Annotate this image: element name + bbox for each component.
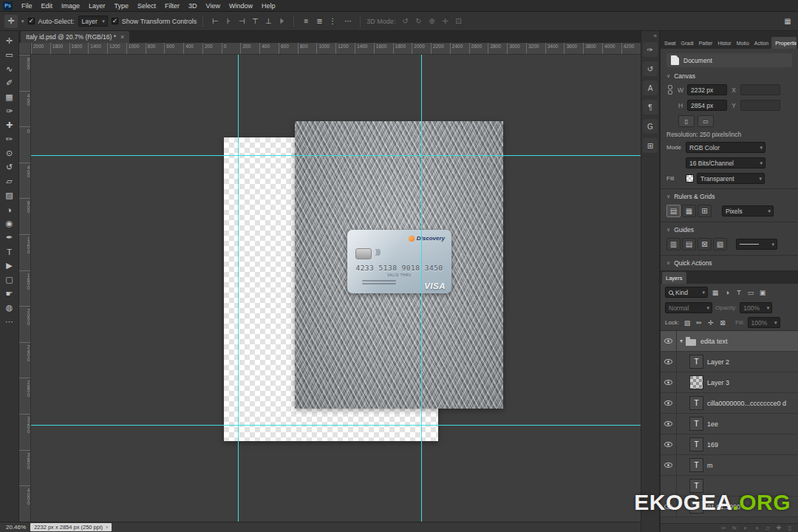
snap-toggle-icon[interactable]: ⊞ (698, 205, 712, 217)
filter-smart-objects-icon[interactable]: ▣ (757, 287, 768, 298)
menu-item[interactable]: Layer (84, 0, 110, 11)
layer-effects-icon[interactable]: fx (731, 525, 738, 532)
x-input[interactable] (740, 84, 780, 95)
document-tab[interactable]: Italy id.psd @ 20.7% (RGB/16) * × (21, 31, 129, 43)
close-tab-icon[interactable]: × (120, 33, 124, 41)
crop-tool[interactable]: ▦ (1, 90, 18, 104)
menu-item[interactable]: Type (110, 0, 134, 11)
layer-visibility-toggle[interactable] (661, 434, 677, 454)
menu-item[interactable]: Edit (37, 0, 58, 11)
3d-scale-icon[interactable]: ⊡ (452, 16, 464, 27)
panel-tab[interactable]: Swat (662, 37, 678, 49)
object-selection-tool[interactable]: ✐ (1, 76, 18, 90)
align-top-edges-icon[interactable]: ⊤ (249, 16, 261, 27)
menu-item[interactable]: Window (225, 0, 257, 11)
layer-visibility-toggle[interactable] (661, 455, 677, 475)
layer-thumbnail[interactable] (689, 355, 703, 369)
align-left-edges-icon[interactable]: ⊢ (209, 16, 221, 27)
opacity-select[interactable]: 100% (740, 302, 772, 313)
distribute-spacing-icon[interactable]: ⋮ (327, 16, 338, 27)
filter-adjustment-layers-icon[interactable]: ◑ (722, 287, 732, 298)
lock-all-icon[interactable]: ⊠ (717, 318, 728, 328)
ruler-units-select[interactable]: Pixels (722, 205, 774, 216)
guides-section-header[interactable]: Guides (661, 222, 798, 236)
menu-item[interactable]: View (202, 0, 225, 11)
layer-row[interactable]: cilla0000000...ccccccce0 d (661, 393, 798, 414)
layer-name[interactable]: Layer 3 (707, 379, 729, 386)
zoom-tool[interactable]: ◍ (1, 301, 18, 315)
layer-visibility-toggle[interactable] (661, 331, 677, 351)
lasso-tool[interactable]: ∿ (1, 62, 18, 76)
guide-vertical-2[interactable] (421, 55, 422, 522)
layer-mask-icon[interactable]: ◐ (742, 525, 749, 532)
tool-preset-caret-icon[interactable] (21, 18, 24, 24)
layer-thumbnail[interactable] (689, 458, 703, 472)
menu-item[interactable]: 3D (184, 0, 202, 11)
guides-from-shape-icon[interactable]: ▤ (682, 238, 696, 250)
dodge-tool[interactable]: ◉ (1, 216, 18, 231)
panel-tab[interactable]: Gradi (679, 37, 696, 49)
show-transform-checkbox[interactable] (112, 18, 118, 24)
zoom-level-field[interactable]: 20.46% (6, 524, 26, 531)
layer-row[interactable]: Layer 3 (661, 372, 798, 393)
horizontal-ruler[interactable]: 2000180016001400120010008006004002000200… (31, 43, 641, 55)
paragraph-panel-icon[interactable]: ¶ (643, 100, 658, 115)
y-input[interactable] (740, 100, 780, 111)
expand-panels-icon[interactable] (641, 33, 659, 40)
layer-name[interactable]: m (707, 462, 713, 469)
workspace-switcher-icon[interactable]: ▦ (782, 16, 794, 27)
tab-properties[interactable]: Properties (771, 37, 797, 49)
group-expand-arrow-icon[interactable] (677, 338, 686, 344)
layer-row[interactable]: m (661, 455, 798, 476)
rulers-grids-section-header[interactable]: Rulers & Grids (661, 188, 798, 202)
guide-vertical-1[interactable] (238, 55, 239, 522)
filter-shape-layers-icon[interactable]: ▭ (746, 287, 756, 298)
layer-thumbnail[interactable] (686, 339, 696, 346)
lock-transparent-pixels-icon[interactable]: ▨ (682, 318, 692, 328)
brush-tool[interactable]: ✏ (1, 132, 18, 146)
guide-horizontal-1[interactable] (31, 155, 641, 156)
eyedropper-tool[interactable]: ✑ (1, 104, 18, 118)
layer-thumbnail[interactable] (689, 375, 703, 389)
clear-guides-icon[interactable]: ▧ (713, 238, 727, 250)
menu-item[interactable]: Filter (160, 0, 184, 11)
orientation-portrait-icon[interactable]: ▯ (678, 115, 695, 127)
layer-row[interactable]: Layer 2 (661, 352, 798, 372)
more-options-icon[interactable]: ⋯ (342, 16, 354, 27)
history-brush-tool[interactable]: ↺ (1, 160, 18, 174)
clone-stamp-tool[interactable]: ⊙ (1, 146, 18, 160)
layer-row[interactable]: edita text (661, 331, 798, 352)
link-dimensions-icon[interactable] (666, 85, 674, 95)
bit-depth-select[interactable]: 16 Bits/Channel (686, 157, 765, 168)
new-guide-layout-icon[interactable]: ▥ (666, 238, 681, 250)
lock-guides-icon[interactable]: ⊠ (698, 238, 712, 250)
filter-pixel-layers-icon[interactable]: ▦ (710, 287, 720, 298)
align-vertical-centers-icon[interactable]: ⊥ (262, 16, 274, 27)
filter-type-layers-icon[interactable]: T (734, 287, 744, 298)
guide-line-style-select[interactable] (736, 239, 777, 250)
adjustment-layer-icon[interactable]: ◑ (753, 525, 760, 532)
layer-visibility-toggle[interactable] (661, 372, 677, 392)
vertical-ruler[interactable]: 8004000400800120016002000240028003200360… (19, 55, 31, 522)
history-panel-icon[interactable]: ↺ (643, 61, 658, 76)
blend-mode-select[interactable]: Normal (665, 302, 712, 313)
canvas-area[interactable]: Discovery 4233 5138 9018 3450 VALID THRU… (31, 55, 641, 522)
glyphs-panel-icon[interactable]: G (643, 119, 658, 134)
marquee-tool[interactable]: ▭ (1, 48, 18, 62)
layer-name[interactable]: 1ee (707, 420, 718, 428)
brush-settings-panel-icon[interactable]: ✑ (643, 42, 658, 57)
panel-tab[interactable]: Patter (697, 37, 715, 49)
height-input[interactable]: 2854 px (687, 100, 727, 111)
layer-visibility-toggle[interactable] (661, 393, 677, 413)
panel-tab[interactable]: Action (752, 37, 771, 49)
layer-thumbnail[interactable] (689, 417, 703, 431)
lock-position-icon[interactable]: ✛ (706, 318, 716, 328)
guide-horizontal-2[interactable] (31, 425, 641, 426)
panel-tab[interactable]: Histor (715, 37, 733, 49)
tab-layers[interactable]: Layers (662, 272, 686, 284)
layer-name[interactable]: 169 (707, 441, 718, 449)
3d-slide-icon[interactable]: ✛ (439, 16, 451, 27)
document-info-field[interactable]: 2232 px x 2854 px (250 ppi) (30, 523, 112, 531)
canvas-section-header[interactable]: Canvas (661, 69, 798, 82)
menu-item[interactable]: Help (257, 0, 280, 11)
